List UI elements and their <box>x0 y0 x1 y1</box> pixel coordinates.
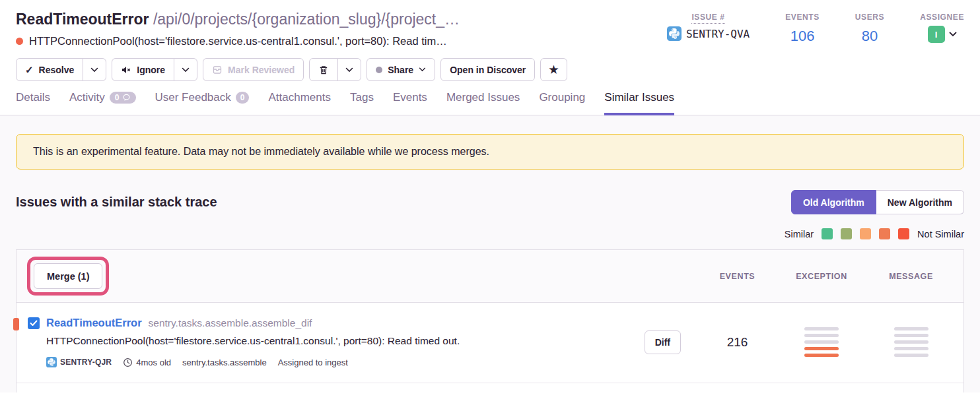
next-row-partial <box>17 383 963 392</box>
section-title: Issues with a similar stack trace <box>16 195 217 210</box>
issue-toolbar: ✓ Resolve Ignore Mark Reviewed <box>16 58 964 81</box>
tab-activity[interactable]: Activity 0 <box>69 91 136 115</box>
issue-title-block: ReadTimeoutError /api/0/projects/{organi… <box>16 9 460 47</box>
stat-events: EVENTS 106 <box>785 11 820 45</box>
events-label: EVENTS <box>785 13 820 22</box>
check-icon: ✓ <box>25 64 34 76</box>
similarity-swatch-4 <box>879 228 890 239</box>
delete-button[interactable] <box>309 58 338 81</box>
python-project-icon <box>46 357 57 367</box>
similarity-swatch-5 <box>898 228 909 239</box>
events-count[interactable]: 106 <box>785 28 820 45</box>
assignee-label: ASSIGNEE <box>920 13 964 22</box>
issue-culprit: /api/0/projects/{organization_slug}/{pro… <box>153 11 460 28</box>
chevron-down-icon <box>419 67 426 72</box>
ignore-button[interactable]: Ignore <box>112 58 174 81</box>
row-age: 4mos old <box>123 358 171 367</box>
assignee-selector[interactable]: I <box>920 26 964 43</box>
ignore-label: Ignore <box>137 65 165 75</box>
column-header-message: MESSAGE <box>868 272 954 281</box>
message-similarity-bars <box>868 327 954 357</box>
issue-title: ReadTimeoutError <box>16 11 149 28</box>
open-in-discover-button[interactable]: Open in Discover <box>440 58 535 81</box>
error-level-dot <box>16 38 23 45</box>
mute-icon <box>121 65 131 75</box>
issue-stats: ISSUE # SENTRY-QVA EVENTS 106 USERS 80 <box>667 9 964 45</box>
error-level-bar <box>13 318 19 330</box>
comment-bubble-icon <box>122 94 131 102</box>
algorithm-toggle: Old Algorithm New Algorithm <box>791 190 964 214</box>
row-checkbox[interactable] <box>28 317 40 329</box>
delete-dropdown-button[interactable] <box>337 58 361 81</box>
issue-short-id[interactable]: SENTRY-QVA <box>686 28 750 40</box>
tab-user-feedback[interactable]: User Feedback 0 <box>155 91 250 115</box>
new-algorithm-button[interactable]: New Algorithm <box>876 190 964 214</box>
share-button[interactable]: Share <box>367 58 435 81</box>
mark-reviewed-button[interactable]: Mark Reviewed <box>203 58 304 81</box>
similarity-legend: Similar Not Similar <box>16 228 964 239</box>
resolve-label: Resolve <box>39 65 75 75</box>
similarity-swatch-1 <box>822 228 833 239</box>
tab-similar-issues[interactable]: Similar Issues <box>604 91 674 115</box>
clock-icon <box>123 358 133 367</box>
old-algorithm-button[interactable]: Old Algorithm <box>791 190 876 214</box>
chevron-down-icon <box>949 32 957 37</box>
mark-reviewed-label: Mark Reviewed <box>228 65 295 75</box>
issue-header: ReadTimeoutError /api/0/projects/{organi… <box>0 0 980 115</box>
resolve-dropdown-button[interactable] <box>83 58 106 81</box>
table-header: Merge (1) EVENTS EXCEPTION MESSAGE <box>17 250 963 303</box>
similar-issue-row: ReadTimeoutError sentry.tasks.assemble.a… <box>17 303 963 383</box>
share-label: Share <box>388 65 413 75</box>
python-project-icon <box>667 26 682 41</box>
tab-attachments[interactable]: Attachments <box>268 91 331 115</box>
assignee-avatar: I <box>928 26 945 43</box>
resolve-button[interactable]: ✓ Resolve <box>16 58 83 81</box>
banner-text: This is an experimental feature. Data ma… <box>33 146 489 157</box>
stat-issue-id: ISSUE # SENTRY-QVA <box>667 11 750 45</box>
similarity-swatch-3 <box>860 228 871 239</box>
tab-tags[interactable]: Tags <box>350 91 374 115</box>
tab-details[interactable]: Details <box>16 91 50 115</box>
tab-grouping[interactable]: Grouping <box>539 91 585 115</box>
activity-count-badge: 0 <box>110 92 136 104</box>
users-label: USERS <box>855 13 884 22</box>
star-icon: ★ <box>549 63 558 76</box>
stat-users: USERS 80 <box>855 11 884 45</box>
ignore-dropdown-button[interactable] <box>174 58 197 81</box>
legend-label-not-similar: Not Similar <box>917 229 964 239</box>
trash-icon <box>318 65 329 75</box>
issue-message: HTTPConnectionPool(host='filestore.servi… <box>29 35 447 47</box>
similarity-swatch-2 <box>841 228 852 239</box>
chevron-down-icon <box>182 67 190 73</box>
diff-button[interactable]: Diff <box>645 330 681 354</box>
merge-button[interactable]: Merge (1) <box>34 263 102 289</box>
row-issue-culprit: sentry.tasks.assemble.assemble_dif <box>149 317 312 329</box>
users-count[interactable]: 80 <box>855 28 884 45</box>
exception-similarity-bars <box>775 327 868 357</box>
row-events-count: 216 <box>699 335 775 350</box>
issue-id-label: ISSUE # <box>691 13 724 24</box>
chevron-down-icon <box>90 67 98 73</box>
row-task: sentry.tasks.assemble <box>182 358 267 367</box>
bookmark-button[interactable]: ★ <box>540 58 567 81</box>
share-status-dot <box>376 67 382 73</box>
tab-events[interactable]: Events <box>393 91 427 115</box>
inbox-icon <box>212 65 223 75</box>
row-assignment: Assigned to ingest <box>278 358 348 367</box>
similar-issues-panel: This is an experimental feature. Data ma… <box>0 115 980 392</box>
similar-issues-table: Merge (1) EVENTS EXCEPTION MESSAGE ReadT… <box>16 249 964 392</box>
row-issue-details: ReadTimeoutError sentry.tasks.assemble.a… <box>28 317 460 367</box>
stat-assignee: ASSIGNEE I <box>920 11 964 45</box>
checkmark-icon <box>30 320 38 327</box>
row-issue-title-link[interactable]: ReadTimeoutError <box>46 317 142 329</box>
column-header-exception: EXCEPTION <box>775 272 868 281</box>
chevron-down-icon <box>345 67 353 73</box>
tab-merged-issues[interactable]: Merged Issues <box>446 91 520 115</box>
row-short-id: SENTRY-QJR <box>46 357 112 367</box>
column-header-events: EVENTS <box>699 272 775 281</box>
page-title: ReadTimeoutError /api/0/projects/{organi… <box>16 9 460 29</box>
experimental-feature-banner: This is an experimental feature. Data ma… <box>16 134 964 170</box>
issue-tabs: Details Activity 0 User Feedback 0 Attac… <box>16 91 964 115</box>
open-in-discover-label: Open in Discover <box>450 65 526 75</box>
user-feedback-count-badge: 0 <box>236 92 250 104</box>
